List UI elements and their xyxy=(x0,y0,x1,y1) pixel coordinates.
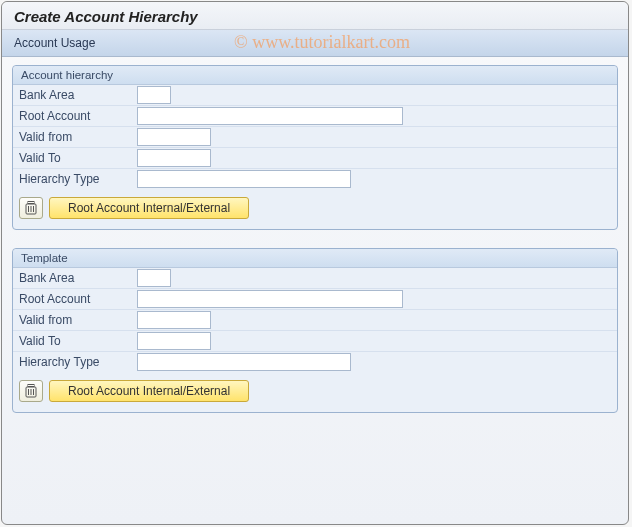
group-header-account-hierarchy: Account hierarchy xyxy=(13,66,617,85)
input-valid-from-2[interactable] xyxy=(137,311,211,329)
input-valid-from[interactable] xyxy=(137,128,211,146)
account-usage-button[interactable]: Account Usage xyxy=(14,36,95,50)
trash-icon xyxy=(25,384,37,398)
delete-button-2[interactable] xyxy=(19,380,43,402)
delete-button[interactable] xyxy=(19,197,43,219)
trash-icon xyxy=(25,201,37,215)
root-account-toggle-button-2[interactable]: Root Account Internal/External xyxy=(49,380,249,402)
page-title: Create Account Hierarchy xyxy=(2,2,628,30)
input-hierarchy-type-2[interactable] xyxy=(137,353,351,371)
input-bank-area[interactable] xyxy=(137,86,171,104)
input-root-account[interactable] xyxy=(137,107,403,125)
input-hierarchy-type[interactable] xyxy=(137,170,351,188)
label-valid-to: Valid To xyxy=(19,149,137,167)
toolbar: Account Usage xyxy=(2,30,628,57)
svg-rect-4 xyxy=(28,202,34,204)
input-valid-to-2[interactable] xyxy=(137,332,211,350)
group-template: Template Bank Area Root Account Valid fr… xyxy=(12,248,618,413)
label-hierarchy-type: Hierarchy Type xyxy=(19,170,137,188)
input-root-account-2[interactable] xyxy=(137,290,403,308)
group-account-hierarchy: Account hierarchy Bank Area Root Account… xyxy=(12,65,618,230)
label-valid-from-2: Valid from xyxy=(19,311,137,329)
label-root-account-2: Root Account xyxy=(19,290,137,308)
label-bank-area: Bank Area xyxy=(19,86,137,104)
label-hierarchy-type-2: Hierarchy Type xyxy=(19,353,137,371)
label-valid-from: Valid from xyxy=(19,128,137,146)
app-window: Create Account Hierarchy Account Usage ©… xyxy=(1,1,629,525)
input-bank-area-2[interactable] xyxy=(137,269,171,287)
svg-rect-9 xyxy=(28,385,34,387)
group-header-template: Template xyxy=(13,249,617,268)
label-bank-area-2: Bank Area xyxy=(19,269,137,287)
input-valid-to[interactable] xyxy=(137,149,211,167)
root-account-toggle-button[interactable]: Root Account Internal/External xyxy=(49,197,249,219)
label-root-account: Root Account xyxy=(19,107,137,125)
label-valid-to-2: Valid To xyxy=(19,332,137,350)
content-area: Account hierarchy Bank Area Root Account… xyxy=(2,57,628,439)
